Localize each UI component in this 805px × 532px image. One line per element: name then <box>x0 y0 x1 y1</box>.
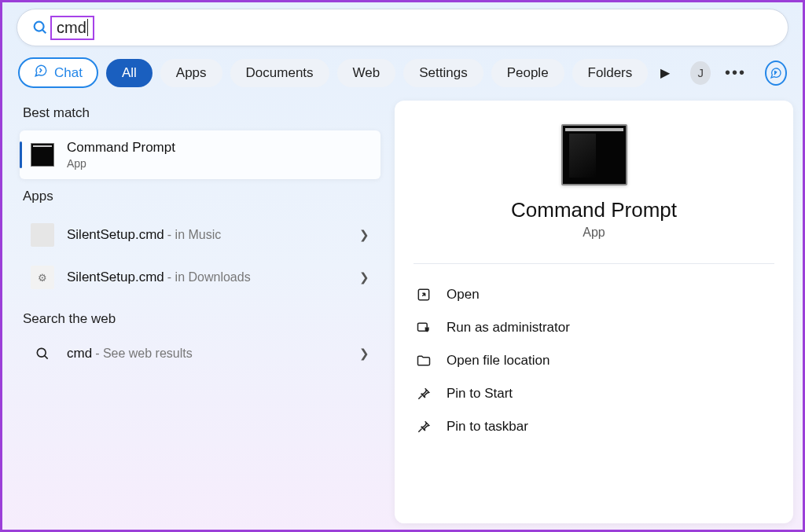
best-match-label: Best match <box>23 105 380 121</box>
action-run-admin[interactable]: Run as administrator <box>414 311 774 344</box>
action-open[interactable]: Open <box>414 278 774 311</box>
action-open-location[interactable]: Open file location <box>414 344 774 377</box>
file-icon <box>31 223 54 247</box>
app-location: - in Downloads <box>167 270 251 284</box>
tab-folders[interactable]: Folders <box>572 59 649 87</box>
action-label: Open file location <box>447 353 550 369</box>
chevron-right-icon: ❯ <box>359 270 369 284</box>
apps-label: Apps <box>23 189 380 204</box>
search-icon <box>31 346 54 361</box>
best-match-title: Command Prompt <box>67 140 369 156</box>
tab-people[interactable]: People <box>491 59 564 87</box>
best-match-subtitle: App <box>67 157 369 170</box>
tab-all[interactable]: All <box>106 59 153 87</box>
preview-title: Command Prompt <box>414 198 774 222</box>
open-icon <box>415 286 432 303</box>
action-label: Pin to taskbar <box>447 419 528 435</box>
search-icon <box>31 19 49 36</box>
preview-subtitle: App <box>414 226 774 240</box>
chat-pill[interactable]: Chat <box>18 57 98 88</box>
pin-icon <box>415 385 432 402</box>
web-hint: - See web results <box>95 347 193 361</box>
web-result[interactable]: cmd - See web results ❯ <box>20 336 380 371</box>
bing-badge[interactable] <box>765 61 787 86</box>
app-location: - in Music <box>167 228 221 242</box>
chat-label: Chat <box>54 65 83 81</box>
search-input-text: cmd <box>57 19 86 37</box>
action-label: Run as administrator <box>447 320 570 336</box>
user-avatar[interactable]: J <box>690 61 711 85</box>
pin-icon <box>415 418 432 435</box>
more-options-icon[interactable]: ••• <box>719 64 752 82</box>
command-prompt-large-icon <box>561 124 627 185</box>
app-name: SilentSetup.cmd <box>67 227 164 243</box>
folder-icon <box>415 352 432 369</box>
search-bar[interactable]: cmd <box>17 9 788 46</box>
file-icon: ⚙ <box>31 266 54 289</box>
action-label: Open <box>447 287 480 303</box>
text-caret <box>87 19 88 36</box>
svg-point-0 <box>35 22 44 31</box>
command-prompt-icon <box>31 143 54 167</box>
action-pin-start[interactable]: Pin to Start <box>414 377 774 410</box>
tab-apps[interactable]: Apps <box>160 59 222 87</box>
tab-settings[interactable]: Settings <box>403 59 483 87</box>
apps-result-0[interactable]: SilentSetup.cmd - in Music ❯ <box>20 214 380 256</box>
web-query: cmd <box>67 346 92 361</box>
svg-line-3 <box>45 356 48 359</box>
search-filters: Chat All Apps Documents Web Settings Peo… <box>12 57 793 101</box>
svg-line-1 <box>42 30 46 33</box>
svg-point-2 <box>37 348 46 357</box>
scroll-right-icon[interactable]: ▶ <box>656 65 675 80</box>
admin-shield-icon <box>415 319 432 336</box>
bing-chat-icon <box>34 64 48 82</box>
apps-result-1[interactable]: ⚙ SilentSetup.cmd - in Downloads ❯ <box>20 256 380 299</box>
chevron-right-icon: ❯ <box>359 228 369 242</box>
best-match-result[interactable]: Command Prompt App <box>20 130 380 179</box>
divider <box>414 263 774 264</box>
tab-documents[interactable]: Documents <box>230 59 329 87</box>
app-name: SilentSetup.cmd <box>67 270 164 285</box>
chevron-right-icon: ❯ <box>359 347 369 361</box>
tab-web[interactable]: Web <box>337 59 396 87</box>
action-pin-taskbar[interactable]: Pin to taskbar <box>414 410 774 443</box>
search-query-highlight: cmd <box>50 16 94 40</box>
action-label: Pin to Start <box>447 386 513 402</box>
search-web-label: Search the web <box>23 311 380 327</box>
preview-panel: Command Prompt App Open Run as administr… <box>395 101 793 523</box>
